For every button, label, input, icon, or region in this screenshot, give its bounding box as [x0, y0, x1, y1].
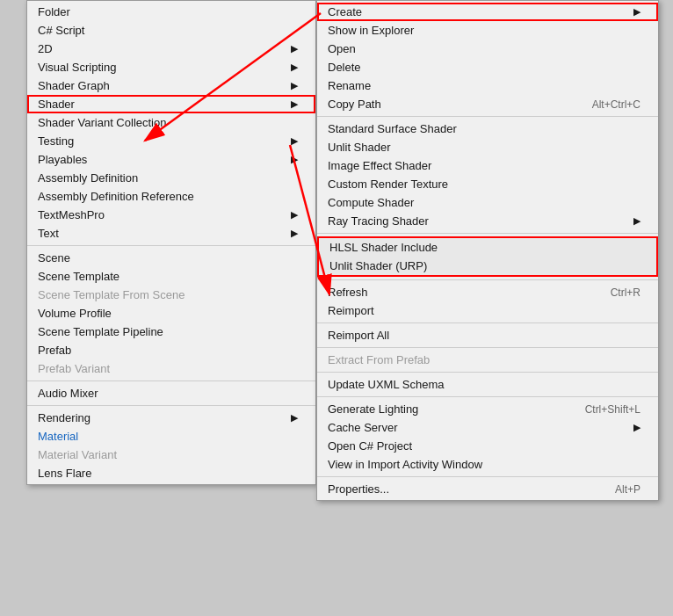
menu-item-label-csharp-script: C# Script [38, 24, 84, 37]
menu-item-material[interactable]: Material [27, 427, 315, 446]
shader-include-group: HLSL Shader IncludeUnlit Shader (URP) [317, 236, 658, 277]
menu-item-label-hlsl-shader-include: HLSL Shader Include [329, 241, 438, 254]
menu-item-label-rendering: Rendering [38, 411, 90, 424]
menu-item-label-generate-lighting: Generate Lighting [328, 402, 418, 416]
menu-item-label-unlit-shader: Unlit Shader [328, 141, 391, 154]
menu-item-assembly-definition-reference[interactable]: Assembly Definition Reference [27, 187, 315, 206]
menu-item-label-visual-scripting: Visual Scripting [38, 61, 116, 74]
menu-arrow-testing: ▶ [291, 135, 298, 147]
menu-item-custom-render-texture[interactable]: Custom Render Texture [317, 175, 658, 193]
menu-item-unlit-shader[interactable]: Unlit Shader [317, 138, 658, 156]
menu-item-label-rename: Rename [328, 79, 371, 92]
menu-item-shader-variant-collection[interactable]: Shader Variant Collection [27, 113, 315, 132]
menu-item-label-assembly-definition: Assembly Definition [38, 171, 138, 185]
menu-item-label-text: Text [38, 227, 59, 240]
menu-item-csharp-script[interactable]: C# Script [27, 21, 315, 40]
menu-item-refresh[interactable]: RefreshCtrl+R [317, 283, 658, 301]
menu-item-label-volume-profile: Volume Profile [38, 307, 112, 320]
menu-item-lens-flare[interactable]: Lens Flare [27, 464, 315, 482]
menu-item-scene-template-pipeline[interactable]: Scene Template Pipeline [27, 322, 315, 341]
menu-arrow-create: ▶ [633, 6, 640, 18]
menu-arrow-rendering: ▶ [291, 412, 298, 424]
menu-item-label-image-effect-shader: Image Effect Shader [328, 159, 431, 172]
menu-item-text[interactable]: Text▶ [27, 224, 315, 243]
menu-item-visual-scripting[interactable]: Visual Scripting▶ [27, 58, 315, 76]
menu-item-ray-tracing-shader[interactable]: Ray Tracing Shader▶ [317, 212, 658, 230]
menu-item-scene[interactable]: Scene [27, 249, 315, 267]
menu-item-standard-surface-shader[interactable]: Standard Surface Shader [317, 120, 658, 138]
menu-item-label-material: Material [38, 430, 78, 443]
menu-item-cache-server[interactable]: Cache Server▶ [317, 418, 658, 437]
menu-item-properties[interactable]: Properties...Alt+P [317, 480, 658, 498]
menu-item-textmeshpro[interactable]: TextMeshPro▶ [27, 206, 315, 224]
menu-shortcut-refresh: Ctrl+R [611, 286, 640, 299]
menu-item-label-audio-mixer: Audio Mixer [38, 387, 98, 400]
menu-item-label-assembly-definition-reference: Assembly Definition Reference [38, 190, 194, 203]
menu-arrow-visual-scripting: ▶ [291, 62, 298, 73]
menu-item-label-show-in-explorer: Show in Explorer [328, 24, 414, 37]
menu-item-label-testing: Testing [38, 134, 74, 148]
menu-shortcut-properties: Alt+P [615, 483, 640, 496]
menu-item-label-standard-surface-shader: Standard Surface Shader [328, 122, 457, 135]
menu-separator [317, 372, 658, 373]
menu-item-unlit-shader-urp[interactable]: Unlit Shader (URP) [319, 257, 656, 275]
menu-item-show-in-explorer[interactable]: Show in Explorer [317, 21, 658, 40]
menu-item-rendering[interactable]: Rendering▶ [27, 409, 315, 427]
menu-separator [27, 405, 315, 406]
right-context-menu: Create▶Show in ExplorerOpenDeleteRenameC… [316, 0, 659, 501]
menu-item-folder[interactable]: Folder [27, 3, 315, 21]
menu-item-label-refresh: Refresh [328, 286, 368, 299]
menu-item-reimport[interactable]: Reimport [317, 301, 658, 320]
menu-item-open-csharp-project[interactable]: Open C# Project [317, 437, 658, 455]
menu-item-prefab-variant: Prefab Variant [27, 359, 315, 378]
menu-item-hlsl-shader-include[interactable]: HLSL Shader Include [319, 238, 656, 257]
menu-item-label-cache-server: Cache Server [328, 421, 397, 434]
menu-item-audio-mixer[interactable]: Audio Mixer [27, 384, 315, 402]
menu-arrow-ray-tracing-shader: ▶ [633, 215, 640, 227]
menu-separator [317, 233, 658, 234]
menu-item-playables[interactable]: Playables▶ [27, 150, 315, 169]
menu-item-label-compute-shader: Compute Shader [328, 196, 414, 209]
menu-item-label-view-in-import-activity: View in Import Activity Window [328, 458, 482, 471]
menu-item-image-effect-shader[interactable]: Image Effect Shader [317, 156, 658, 175]
menu-item-delete[interactable]: Delete [317, 58, 658, 76]
menu-item-compute-shader[interactable]: Compute Shader [317, 193, 658, 212]
menu-item-label-shader: Shader [38, 98, 75, 111]
menu-item-label-open: Open [328, 42, 356, 55]
menu-arrow-text: ▶ [291, 228, 298, 239]
menu-item-copy-path[interactable]: Copy PathAlt+Ctrl+C [317, 95, 658, 113]
menu-item-shader-graph[interactable]: Shader Graph▶ [27, 76, 315, 95]
menu-item-label-create: Create [328, 5, 362, 18]
menu-item-label-scene-template: Scene Template [38, 270, 119, 283]
left-context-menu: FolderC# Script2D▶Visual Scripting▶Shade… [26, 0, 316, 485]
menu-item-label-reimport-all: Reimport All [328, 329, 389, 342]
menu-item-rename[interactable]: Rename [317, 76, 658, 95]
menu-item-scene-template[interactable]: Scene Template [27, 267, 315, 286]
menu-item-open[interactable]: Open [317, 40, 658, 58]
menu-item-label-playables: Playables [38, 153, 87, 166]
menu-item-label-copy-path: Copy Path [328, 98, 381, 111]
menu-item-prefab[interactable]: Prefab [27, 341, 315, 359]
menu-separator [317, 396, 658, 397]
menu-arrow-shader-graph: ▶ [291, 80, 298, 91]
menu-item-generate-lighting[interactable]: Generate LightingCtrl+Shift+L [317, 400, 658, 418]
menu-item-label-ray-tracing-shader: Ray Tracing Shader [328, 214, 429, 228]
menu-item-update-uxml-schema[interactable]: Update UXML Schema [317, 375, 658, 394]
menu-item-create[interactable]: Create▶ [317, 3, 658, 21]
menu-item-label-open-csharp-project: Open C# Project [328, 439, 412, 453]
menu-item-volume-profile[interactable]: Volume Profile [27, 304, 315, 322]
menu-separator [317, 476, 658, 477]
menu-item-view-in-import-activity[interactable]: View in Import Activity Window [317, 455, 658, 474]
menu-item-assembly-definition[interactable]: Assembly Definition [27, 169, 315, 187]
menu-item-2d[interactable]: 2D▶ [27, 40, 315, 58]
menu-separator [27, 380, 315, 381]
menu-item-reimport-all[interactable]: Reimport All [317, 326, 658, 344]
menu-separator [317, 322, 658, 323]
menu-item-label-textmeshpro: TextMeshPro [38, 208, 105, 221]
menu-item-label-scene: Scene [38, 251, 70, 265]
menu-item-extract-from-prefab: Extract From Prefab [317, 351, 658, 369]
menu-item-label-scene-template-pipeline: Scene Template Pipeline [38, 325, 163, 338]
menu-item-testing[interactable]: Testing▶ [27, 132, 315, 150]
menu-separator [317, 116, 658, 117]
menu-item-shader[interactable]: Shader▶ [27, 95, 315, 113]
